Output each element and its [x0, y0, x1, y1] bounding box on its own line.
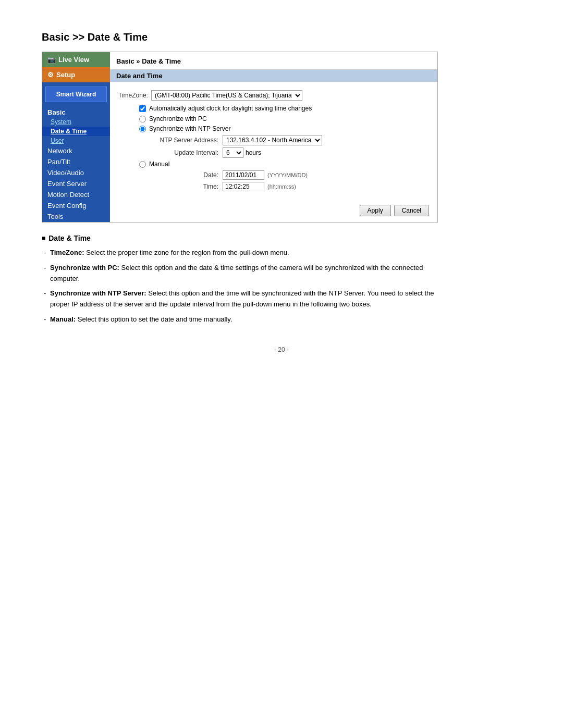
sidebar: 📷 Live View ⚙ Setup Smart Wizard Basic S…	[42, 52, 110, 222]
sync-ntp-row: Synchronize with NTP Server	[139, 125, 429, 132]
desc-item-manual: Manual: Select this option to set the da…	[42, 314, 438, 325]
page-footer: - 20 -	[42, 346, 521, 353]
section-header: Date and Time	[110, 70, 437, 82]
manual-radio[interactable]	[139, 161, 146, 168]
content-area: Basic » Date & Time Date and Time TimeZo…	[110, 52, 437, 222]
desc-timezone-text: Select the proper time zone for the regi…	[86, 249, 289, 256]
sidebar-item-system[interactable]: System	[42, 117, 110, 127]
desc-manual-bold: Manual:	[50, 315, 76, 323]
ntp-fields: NTP Server Address: 132.163.4.102 - Nort…	[150, 135, 429, 158]
hours-select[interactable]: 6	[223, 147, 243, 158]
manual-row: Manual	[139, 161, 429, 168]
smart-wizard-label: Smart Wizard	[56, 91, 96, 98]
sidebar-basic-section: Basic	[42, 106, 110, 117]
desc-item-timezone: TimeZone: Select the proper time zone fo…	[42, 248, 438, 258]
desc-item-sync-pc: Synchronize with PC: Select this option …	[42, 263, 438, 285]
date-label: Date:	[150, 171, 223, 179]
time-label: Time:	[150, 183, 223, 190]
sidebar-item-network[interactable]: Network	[42, 145, 110, 156]
desc-timezone-bold: TimeZone:	[50, 249, 84, 256]
date-row: Date: (YYYY/MM/DD)	[150, 170, 429, 180]
timezone-select[interactable]: (GMT-08:00) Pacific Time(US & Canada); T…	[151, 90, 302, 101]
content-header: Basic » Date & Time	[110, 52, 437, 70]
apply-button[interactable]: Apply	[360, 205, 391, 216]
desc-sync-pc-bold: Synchronize with PC:	[50, 264, 119, 272]
date-input[interactable]	[223, 170, 264, 180]
form-area: TimeZone: (GMT-08:00) Pacific Time(US & …	[110, 82, 437, 198]
gear-icon: ⚙	[47, 71, 54, 79]
timezone-label: TimeZone:	[118, 92, 148, 99]
desc-item-sync-ntp: Synchronize with NTP Server: Select this…	[42, 288, 438, 310]
manual-label: Manual	[149, 161, 169, 168]
sidebar-setup[interactable]: ⚙ Setup	[42, 67, 110, 82]
hours-label: hours	[246, 149, 261, 156]
ntp-server-select[interactable]: 132.163.4.102 - North America	[223, 135, 322, 145]
timezone-row: TimeZone: (GMT-08:00) Pacific Time(US & …	[118, 90, 429, 101]
cancel-button[interactable]: Cancel	[394, 205, 429, 216]
page-title: Basic >> Date & Time	[42, 31, 521, 43]
sidebar-item-tools[interactable]: Tools	[42, 211, 110, 222]
button-row: Apply Cancel	[110, 200, 437, 221]
sync-ntp-label: Synchronize with NTP Server	[149, 125, 231, 132]
update-interval-row: Update Interval: 6 hours	[150, 147, 429, 158]
time-row: Time: (hh:mm:ss)	[150, 182, 429, 191]
live-view-label: Live View	[58, 56, 89, 64]
content-title: Basic » Date & Time	[116, 57, 181, 65]
time-format-hint: (hh:mm:ss)	[267, 183, 296, 190]
description-list: TimeZone: Select the proper time zone fo…	[42, 248, 438, 325]
sync-pc-row: Synchronize with PC	[139, 115, 429, 122]
sidebar-item-user[interactable]: User	[42, 136, 110, 145]
sync-pc-radio[interactable]	[139, 116, 146, 122]
sidebar-item-video-audio[interactable]: Video/Audio	[42, 167, 110, 178]
desc-manual-text: Select this option to set the date and t…	[78, 315, 232, 323]
sidebar-item-date-time[interactable]: Date & Time	[42, 127, 110, 136]
daylight-saving-checkbox[interactable]	[139, 105, 146, 112]
setup-label: Setup	[56, 71, 75, 79]
date-format-hint: (YYYY/MM/DD)	[267, 172, 308, 178]
sidebar-item-event-config[interactable]: Event Config	[42, 200, 110, 211]
sidebar-live-view[interactable]: 📷 Live View	[42, 52, 110, 67]
manual-fields: Date: (YYYY/MM/DD) Time: (hh:mm:ss)	[150, 170, 429, 191]
sidebar-item-event-server[interactable]: Event Server	[42, 178, 110, 189]
sidebar-item-motion-detect[interactable]: Motion Detect	[42, 189, 110, 200]
sync-ntp-radio[interactable]	[139, 126, 146, 132]
time-input[interactable]	[223, 182, 264, 191]
sidebar-item-pan-tilt[interactable]: Pan/Tilt	[42, 156, 110, 167]
desc-sync-ntp-bold: Synchronize with NTP Server:	[50, 289, 146, 297]
description-section: Date & Time TimeZone: Select the proper …	[42, 234, 438, 325]
ntp-address-label: NTP Server Address:	[150, 137, 223, 144]
sidebar-smart-wizard[interactable]: Smart Wizard	[45, 87, 107, 102]
ntp-address-row: NTP Server Address: 132.163.4.102 - Nort…	[150, 135, 429, 145]
update-interval-label: Update Interval:	[150, 149, 223, 156]
sync-pc-label: Synchronize with PC	[149, 115, 207, 122]
daylight-saving-row: Automatically adjust clock for daylight …	[139, 105, 429, 112]
main-container: 📷 Live View ⚙ Setup Smart Wizard Basic S…	[42, 52, 438, 223]
camera-icon: 📷	[47, 56, 56, 64]
daylight-saving-label: Automatically adjust clock for daylight …	[149, 105, 312, 112]
description-heading: Date & Time	[42, 234, 438, 242]
